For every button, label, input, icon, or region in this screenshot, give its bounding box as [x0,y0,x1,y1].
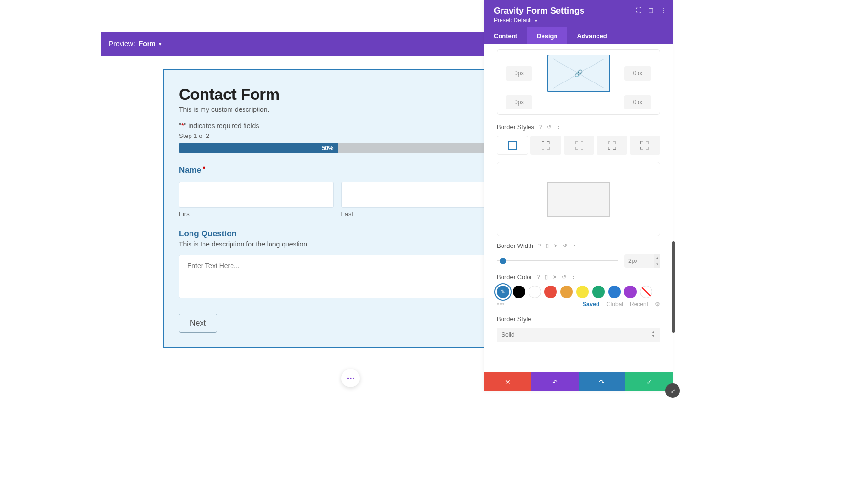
swatch-tabs: Saved Global Recent ⚙ [583,301,660,308]
swatch-yellow[interactable] [576,286,589,298]
mobile-icon[interactable]: ▯ [546,243,549,249]
swatch-none[interactable] [640,286,652,298]
border-color-label: Border Color [497,273,532,281]
settings-panel: Gravity Form Settings Preset: Default ▼ … [484,0,673,391]
first-name-input[interactable] [179,182,334,208]
swatch-tab-recent[interactable]: Recent [630,301,648,308]
next-button[interactable]: Next [179,314,217,333]
required-note: "*" indicates required fields [179,122,496,130]
help-icon[interactable]: ? [538,243,541,249]
swatch-black[interactable] [513,286,525,298]
border-color-row: Border Color ? ▯ ➤ ↺ ⋮ [497,273,660,281]
preview-dropdown[interactable]: Form [139,40,156,48]
more-swatches-icon[interactable]: ••• [497,300,505,308]
panel-tabs: Content Design Advanced [484,27,673,44]
border-width-slider[interactable] [497,260,618,261]
form-preview-container: Contact Form This is my custom descripti… [163,69,511,348]
mobile-icon[interactable]: ▯ [545,274,548,280]
border-style-options [497,136,660,155]
border-width-input[interactable] [624,254,654,268]
more-icon[interactable]: ⋮ [660,7,666,14]
more-icon[interactable]: ⋮ [556,124,561,130]
preview-label: Preview: [109,40,135,48]
swatch-tab-global[interactable]: Global [606,301,623,308]
stepper-up-icon[interactable]: ▲ [654,254,660,261]
spacing-bottom-right[interactable]: 0px [624,95,651,109]
swatch-orange[interactable] [560,286,573,298]
module-options-button[interactable]: ··· [341,369,360,387]
border-preview [497,162,660,236]
swatch-tab-saved[interactable]: Saved [583,301,599,308]
border-width-slider-row: ▲ ▼ [497,254,660,268]
stepper-down-icon[interactable]: ▼ [654,261,660,268]
last-name-input[interactable] [341,182,496,208]
long-question-desc: This is the description for the long que… [179,240,496,248]
required-asterisk-icon: ● [203,164,206,170]
tab-design[interactable]: Design [527,27,567,44]
more-icon[interactable]: ⋮ [571,274,576,280]
panel-footer: ✕ ↶ ↷ ✓ [484,372,673,391]
form-title: Contact Form [179,85,496,104]
help-icon[interactable]: ? [539,124,542,130]
border-style-select-row: Solid ▲▼ [497,328,660,342]
border-bottom-option[interactable] [597,136,627,155]
hover-icon[interactable]: ➤ [554,243,558,249]
progress-bar: 50% [179,143,496,153]
border-style-row: Border Style [497,315,660,323]
swatch-green[interactable] [592,286,605,298]
step-indicator: Step 1 of 2 [179,132,496,139]
gear-icon[interactable]: ⚙ [655,301,660,308]
redo-button[interactable]: ↷ [579,372,626,391]
columns-icon[interactable]: ◫ [648,7,653,14]
scrollbar-thumb[interactable] [672,241,675,333]
border-styles-label: Border Styles [497,123,534,131]
border-styles-row: Border Styles ? ↺ ⋮ [497,123,660,131]
name-field-label: Name● [179,164,496,175]
swatch-red[interactable] [544,286,557,298]
border-style-label: Border Style [497,315,531,323]
spacing-top-left[interactable]: 0px [506,66,532,81]
long-question-textarea[interactable] [179,255,496,298]
help-icon[interactable]: ? [537,274,540,280]
spacing-inner-box[interactable]: 🔗 [547,55,610,92]
chevron-down-icon: ▼ [533,19,538,23]
header-icons: ⛶ ◫ ⋮ [636,7,666,14]
eyedropper-swatch[interactable]: ✎ [497,286,509,298]
slider-thumb[interactable] [500,258,506,264]
chevron-down-icon: ▼ [158,41,163,47]
first-sublabel: First [179,210,334,218]
swatch-blue[interactable] [608,286,621,298]
border-right-option[interactable] [564,136,594,155]
expand-icon[interactable]: ⛶ [636,7,641,14]
border-style-select[interactable]: Solid [497,328,660,342]
tab-advanced[interactable]: Advanced [567,27,616,44]
panel-header: Gravity Form Settings Preset: Default ▼ … [484,0,673,27]
color-swatches: ✎ [497,286,660,298]
border-preview-inner [547,182,610,217]
undo-button[interactable]: ↶ [531,372,579,391]
select-arrows-icon: ▲▼ [651,330,655,338]
border-all-option[interactable] [497,136,528,155]
preset-dropdown[interactable]: Preset: Default ▼ [494,17,663,24]
border-width-row: Border Width ? ▯ ➤ ↺ ⋮ [497,242,660,249]
cancel-button[interactable]: ✕ [484,372,531,391]
reset-icon[interactable]: ↺ [562,274,566,280]
more-icon[interactable]: ⋮ [572,243,577,249]
swatch-white[interactable] [529,286,541,298]
tab-content[interactable]: Content [484,27,527,44]
progress-fill: 50% [179,143,338,153]
border-top-option[interactable] [530,136,561,155]
spacing-top-right[interactable]: 0px [624,66,651,81]
border-width-label: Border Width [497,242,533,249]
panel-body[interactable]: 0px 🔗 0px 0px 0px Border Styles ? ↺ ⋮ [484,44,673,372]
swatch-purple[interactable] [624,286,637,298]
reset-icon[interactable]: ↺ [563,243,567,249]
last-sublabel: Last [341,210,496,218]
long-question-label: Long Question [179,229,496,239]
name-row: First Last [179,182,496,218]
spacing-bottom-left[interactable]: 0px [506,95,532,109]
reset-icon[interactable]: ↺ [547,124,551,130]
form-description: This is my custom description. [179,106,496,113]
border-left-option[interactable] [630,136,660,155]
hover-icon[interactable]: ➤ [553,274,557,280]
